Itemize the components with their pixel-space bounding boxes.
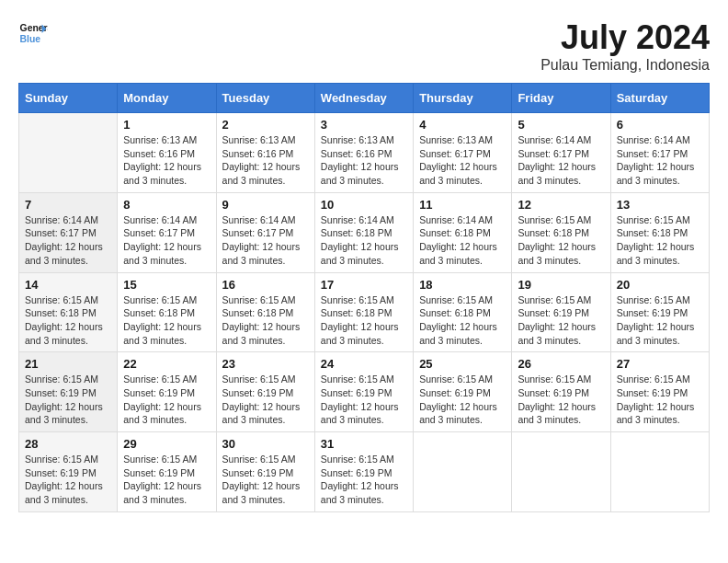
calendar-header-thursday: Thursday xyxy=(414,84,512,113)
location-title: Pulau Temiang, Indonesia xyxy=(540,57,710,74)
day-info: Sunrise: 6:15 AM Sunset: 6:19 PM Dayligh… xyxy=(25,453,111,507)
day-info: Sunrise: 6:14 AM Sunset: 6:17 PM Dayligh… xyxy=(222,213,309,268)
calendar-cell: 17Sunrise: 6:15 AM Sunset: 6:18 PM Dayli… xyxy=(314,272,413,352)
day-info: Sunrise: 6:15 AM Sunset: 6:19 PM Dayligh… xyxy=(617,373,703,427)
logo-icon: General Blue xyxy=(18,18,48,48)
day-info: Sunrise: 6:15 AM Sunset: 6:19 PM Dayligh… xyxy=(321,373,407,427)
day-number: 6 xyxy=(617,118,703,132)
calendar-cell xyxy=(610,432,709,512)
day-info: Sunrise: 6:15 AM Sunset: 6:18 PM Dayligh… xyxy=(222,293,309,348)
day-info: Sunrise: 6:15 AM Sunset: 6:19 PM Dayligh… xyxy=(518,293,604,348)
day-number: 21 xyxy=(25,357,111,371)
calendar-cell: 29Sunrise: 6:15 AM Sunset: 6:19 PM Dayli… xyxy=(118,432,216,512)
calendar-cell: 2Sunrise: 6:13 AM Sunset: 6:16 PM Daylig… xyxy=(216,113,314,193)
day-info: Sunrise: 6:14 AM Sunset: 6:17 PM Dayligh… xyxy=(25,213,111,268)
day-number: 29 xyxy=(123,437,210,451)
day-info: Sunrise: 6:15 AM Sunset: 6:19 PM Dayligh… xyxy=(617,293,703,348)
calendar-cell: 12Sunrise: 6:15 AM Sunset: 6:18 PM Dayli… xyxy=(512,192,610,272)
day-number: 15 xyxy=(123,278,210,292)
calendar-cell: 21Sunrise: 6:15 AM Sunset: 6:19 PM Dayli… xyxy=(19,352,118,432)
calendar-cell: 6Sunrise: 6:14 AM Sunset: 6:17 PM Daylig… xyxy=(610,113,709,193)
day-number: 5 xyxy=(518,118,604,132)
day-number: 31 xyxy=(321,437,407,451)
calendar-cell: 13Sunrise: 6:15 AM Sunset: 6:18 PM Dayli… xyxy=(610,192,709,272)
month-title: July 2024 xyxy=(540,18,710,57)
logo: General Blue xyxy=(18,18,48,48)
day-number: 12 xyxy=(518,198,604,212)
calendar-cell: 24Sunrise: 6:15 AM Sunset: 6:19 PM Dayli… xyxy=(314,352,413,432)
day-info: Sunrise: 6:15 AM Sunset: 6:18 PM Dayligh… xyxy=(617,213,703,268)
calendar-cell xyxy=(414,432,512,512)
calendar-header-monday: Monday xyxy=(118,84,216,113)
calendar-cell: 3Sunrise: 6:13 AM Sunset: 6:16 PM Daylig… xyxy=(314,113,413,193)
calendar-cell: 28Sunrise: 6:15 AM Sunset: 6:19 PM Dayli… xyxy=(19,432,118,512)
day-info: Sunrise: 6:15 AM Sunset: 6:18 PM Dayligh… xyxy=(123,293,210,348)
day-info: Sunrise: 6:14 AM Sunset: 6:17 PM Dayligh… xyxy=(518,133,604,188)
day-number: 9 xyxy=(222,198,309,212)
day-number: 2 xyxy=(222,118,309,132)
day-number: 4 xyxy=(419,118,506,132)
day-number: 27 xyxy=(617,357,703,371)
calendar-header-sunday: Sunday xyxy=(19,84,118,113)
day-number: 26 xyxy=(518,357,604,371)
calendar-header-friday: Friday xyxy=(512,84,610,113)
day-info: Sunrise: 6:13 AM Sunset: 6:16 PM Dayligh… xyxy=(321,133,407,188)
calendar-cell: 23Sunrise: 6:15 AM Sunset: 6:19 PM Dayli… xyxy=(216,352,314,432)
day-number: 28 xyxy=(25,437,111,451)
calendar-cell: 22Sunrise: 6:15 AM Sunset: 6:19 PM Dayli… xyxy=(118,352,216,432)
day-info: Sunrise: 6:15 AM Sunset: 6:18 PM Dayligh… xyxy=(321,293,407,348)
day-number: 10 xyxy=(321,198,407,212)
day-number: 1 xyxy=(123,118,210,132)
calendar-week-row: 21Sunrise: 6:15 AM Sunset: 6:19 PM Dayli… xyxy=(19,352,710,432)
day-number: 13 xyxy=(617,198,703,212)
calendar-cell: 11Sunrise: 6:14 AM Sunset: 6:18 PM Dayli… xyxy=(414,192,512,272)
calendar-cell: 18Sunrise: 6:15 AM Sunset: 6:18 PM Dayli… xyxy=(414,272,512,352)
day-info: Sunrise: 6:15 AM Sunset: 6:19 PM Dayligh… xyxy=(222,453,309,507)
calendar-week-row: 28Sunrise: 6:15 AM Sunset: 6:19 PM Dayli… xyxy=(19,432,710,512)
calendar-cell: 20Sunrise: 6:15 AM Sunset: 6:19 PM Dayli… xyxy=(610,272,709,352)
day-info: Sunrise: 6:15 AM Sunset: 6:18 PM Dayligh… xyxy=(518,213,604,268)
title-section: July 2024 Pulau Temiang, Indonesia xyxy=(540,18,710,74)
calendar-header-wednesday: Wednesday xyxy=(314,84,413,113)
day-number: 8 xyxy=(123,198,210,212)
calendar-cell: 14Sunrise: 6:15 AM Sunset: 6:18 PM Dayli… xyxy=(19,272,118,352)
day-number: 24 xyxy=(321,357,407,371)
calendar-cell: 10Sunrise: 6:14 AM Sunset: 6:18 PM Dayli… xyxy=(314,192,413,272)
calendar-cell: 26Sunrise: 6:15 AM Sunset: 6:19 PM Dayli… xyxy=(512,352,610,432)
day-info: Sunrise: 6:13 AM Sunset: 6:16 PM Dayligh… xyxy=(222,133,309,188)
day-number: 23 xyxy=(222,357,309,371)
day-number: 22 xyxy=(123,357,210,371)
calendar-cell: 8Sunrise: 6:14 AM Sunset: 6:17 PM Daylig… xyxy=(118,192,216,272)
calendar-cell: 5Sunrise: 6:14 AM Sunset: 6:17 PM Daylig… xyxy=(512,113,610,193)
day-info: Sunrise: 6:15 AM Sunset: 6:18 PM Dayligh… xyxy=(25,293,111,348)
day-info: Sunrise: 6:15 AM Sunset: 6:19 PM Dayligh… xyxy=(419,373,506,427)
day-number: 14 xyxy=(25,278,111,292)
day-number: 19 xyxy=(518,278,604,292)
calendar-cell: 27Sunrise: 6:15 AM Sunset: 6:19 PM Dayli… xyxy=(610,352,709,432)
day-info: Sunrise: 6:15 AM Sunset: 6:19 PM Dayligh… xyxy=(123,373,210,427)
calendar-header-row: SundayMondayTuesdayWednesdayThursdayFrid… xyxy=(19,84,710,113)
calendar-cell: 30Sunrise: 6:15 AM Sunset: 6:19 PM Dayli… xyxy=(216,432,314,512)
calendar-week-row: 1Sunrise: 6:13 AM Sunset: 6:16 PM Daylig… xyxy=(19,113,710,193)
day-info: Sunrise: 6:14 AM Sunset: 6:18 PM Dayligh… xyxy=(321,213,407,268)
calendar-cell: 19Sunrise: 6:15 AM Sunset: 6:19 PM Dayli… xyxy=(512,272,610,352)
day-number: 17 xyxy=(321,278,407,292)
calendar-cell: 7Sunrise: 6:14 AM Sunset: 6:17 PM Daylig… xyxy=(19,192,118,272)
calendar-week-row: 14Sunrise: 6:15 AM Sunset: 6:18 PM Dayli… xyxy=(19,272,710,352)
calendar-header-tuesday: Tuesday xyxy=(216,84,314,113)
calendar-header-saturday: Saturday xyxy=(610,84,709,113)
day-info: Sunrise: 6:15 AM Sunset: 6:19 PM Dayligh… xyxy=(25,373,111,427)
day-info: Sunrise: 6:15 AM Sunset: 6:19 PM Dayligh… xyxy=(518,373,604,427)
calendar-cell: 15Sunrise: 6:15 AM Sunset: 6:18 PM Dayli… xyxy=(118,272,216,352)
day-number: 18 xyxy=(419,278,506,292)
calendar-cell: 31Sunrise: 6:15 AM Sunset: 6:19 PM Dayli… xyxy=(314,432,413,512)
calendar-cell xyxy=(19,113,118,193)
day-info: Sunrise: 6:13 AM Sunset: 6:16 PM Dayligh… xyxy=(123,133,210,188)
calendar-cell: 1Sunrise: 6:13 AM Sunset: 6:16 PM Daylig… xyxy=(118,113,216,193)
day-number: 7 xyxy=(25,198,111,212)
day-info: Sunrise: 6:14 AM Sunset: 6:17 PM Dayligh… xyxy=(123,213,210,268)
day-number: 11 xyxy=(419,198,506,212)
calendar-week-row: 7Sunrise: 6:14 AM Sunset: 6:17 PM Daylig… xyxy=(19,192,710,272)
svg-text:Blue: Blue xyxy=(20,34,41,44)
calendar-cell xyxy=(512,432,610,512)
